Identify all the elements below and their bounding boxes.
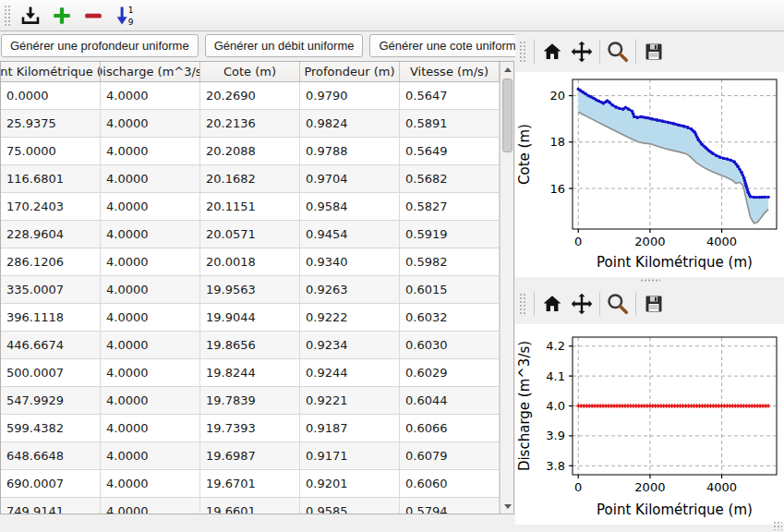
toolbar-drag-handle[interactable]	[519, 293, 525, 315]
table-cell[interactable]: 0.6029	[400, 359, 500, 387]
table-cell[interactable]: 19.6701	[200, 470, 300, 498]
zoom-rect-button[interactable]	[603, 289, 633, 319]
table-row[interactable]: 116.68014.000020.16820.97040.5682	[1, 165, 500, 193]
window-resize-grip[interactable]	[773, 521, 782, 530]
column-header-cote[interactable]: Cote (m)	[200, 62, 300, 81]
table-cell[interactable]: 0.6030	[400, 332, 500, 359]
table-cell[interactable]: 4.0000	[101, 359, 200, 387]
table-cell[interactable]: 4.0000	[101, 470, 200, 498]
table-cell[interactable]: 0.9221	[300, 387, 400, 415]
table-row[interactable]: 0.00004.000020.26900.97900.5647	[1, 82, 500, 110]
add-row-button[interactable]	[47, 2, 77, 30]
column-header-discharge[interactable]: Discharge (m^3/s)	[101, 62, 200, 81]
table-cell[interactable]: 0.9454	[300, 221, 400, 248]
table-cell[interactable]: 0.5649	[400, 138, 500, 165]
remove-row-button[interactable]	[78, 2, 108, 30]
zoom-rect-button[interactable]	[603, 37, 633, 66]
table-cell[interactable]: 20.1151	[200, 193, 300, 221]
save-figure-button[interactable]	[639, 37, 669, 66]
table-cell[interactable]: 0.9790	[300, 82, 400, 110]
table-cell[interactable]: 547.9929	[1, 387, 101, 415]
table-cell[interactable]: 4.0000	[101, 415, 200, 442]
table-cell[interactable]: 19.8656	[200, 332, 300, 359]
table-cell[interactable]: 4.0000	[101, 193, 200, 221]
table-cell[interactable]: 0.6060	[400, 470, 500, 498]
discharge-chart[interactable]: 0200040003.83.94.04.14.2Point Kilométriq…	[515, 324, 784, 525]
table-cell[interactable]: 0.9201	[300, 470, 400, 498]
table-row[interactable]: 75.00004.000020.20880.97880.5649	[1, 138, 500, 165]
table-cell[interactable]: 20.2136	[200, 110, 300, 138]
table-cell[interactable]: 0.5827	[400, 193, 500, 221]
table-cell[interactable]: 335.0007	[1, 276, 101, 304]
table-cell[interactable]: 20.0018	[200, 248, 300, 276]
table-cell[interactable]: 20.0571	[200, 221, 300, 248]
table-cell[interactable]: 4.0000	[101, 442, 200, 470]
toolbar-drag-handle[interactable]	[4, 5, 10, 27]
scrollbar-thumb[interactable]	[502, 79, 513, 152]
scroll-down-arrow[interactable]	[501, 499, 514, 514]
table-cell[interactable]: 19.7393	[200, 415, 300, 442]
table-cell[interactable]: 0.9340	[300, 248, 400, 276]
table-cell[interactable]: 0.9263	[300, 276, 400, 304]
table-cell[interactable]: 749.9141	[1, 498, 101, 514]
table-row[interactable]: 690.00074.000019.67010.92010.6060	[1, 470, 500, 498]
table-row[interactable]: 335.00074.000019.95630.92630.6015	[1, 276, 500, 304]
table-cell[interactable]: 25.9375	[1, 110, 101, 138]
table-vertical-scrollbar[interactable]	[500, 62, 513, 514]
save-figure-button[interactable]	[639, 289, 669, 319]
table-cell[interactable]: 0.9244	[300, 359, 400, 387]
table-cell[interactable]: 0.5794	[400, 498, 500, 514]
table-cell[interactable]: 0.9824	[300, 110, 400, 138]
table-row[interactable]: 286.12064.000020.00180.93400.5982	[1, 248, 500, 276]
table-cell[interactable]: 19.6601	[200, 498, 300, 514]
table-cell[interactable]: 4.0000	[101, 304, 200, 332]
table-cell[interactable]: 228.9604	[1, 221, 101, 248]
table-cell[interactable]: 4.0000	[101, 332, 200, 359]
table-cell[interactable]: 0.9187	[300, 415, 400, 442]
table-cell[interactable]: 0.0000	[1, 82, 101, 110]
table-cell[interactable]: 4.0000	[101, 221, 200, 248]
table-row[interactable]: 648.66484.000019.69870.91710.6079	[1, 442, 500, 470]
table-cell[interactable]: 19.6987	[200, 442, 300, 470]
table-row[interactable]: 749.91414.000019.66010.95850.5794	[1, 498, 500, 514]
table-cell[interactable]: 286.1206	[1, 248, 101, 276]
table-cell[interactable]: 0.6015	[400, 276, 500, 304]
table-row[interactable]: 228.96044.000020.05710.94540.5919	[1, 221, 500, 248]
table-cell[interactable]: 0.9234	[300, 332, 400, 359]
table-cell[interactable]: 19.7839	[200, 387, 300, 415]
table-cell[interactable]: 0.9585	[300, 498, 400, 514]
table-cell[interactable]: 20.2088	[200, 138, 300, 165]
table-cell[interactable]: 0.9171	[300, 442, 400, 470]
table-cell[interactable]: 116.6801	[1, 165, 101, 193]
table-row[interactable]: 547.99294.000019.78390.92210.6044	[1, 387, 500, 415]
table-cell[interactable]: 0.9222	[300, 304, 400, 332]
table-cell[interactable]: 170.2403	[1, 193, 101, 221]
table-cell[interactable]: 19.9563	[200, 276, 300, 304]
table-cell[interactable]: 4.0000	[101, 165, 200, 193]
pan-button[interactable]	[567, 37, 597, 66]
table-cell[interactable]: 4.0000	[101, 82, 200, 110]
table-row[interactable]: 500.00074.000019.82440.92440.6029	[1, 359, 500, 387]
cote-chart[interactable]: 020004000161820Point Kilométrique (m)Cot…	[515, 72, 784, 277]
home-view-button[interactable]	[537, 289, 567, 319]
table-cell[interactable]: 4.0000	[101, 498, 200, 514]
table-row[interactable]: 599.43824.000019.73930.91870.6066	[1, 415, 500, 442]
table-cell[interactable]: 0.5682	[400, 165, 500, 193]
table-row[interactable]: 25.93754.000020.21360.98240.5891	[1, 110, 500, 138]
import-data-button[interactable]	[16, 2, 45, 30]
table-cell[interactable]: 599.4382	[1, 415, 101, 442]
pan-button[interactable]	[567, 289, 597, 319]
scroll-up-arrow[interactable]	[501, 62, 514, 77]
table-cell[interactable]: 0.6066	[400, 415, 500, 442]
column-header-vitesse[interactable]: Vitesse (m/s)	[400, 62, 500, 81]
table-cell[interactable]: 19.9044	[200, 304, 300, 332]
discharge-chart-canvas[interactable]: 0200040003.83.94.04.14.2Point Kilométriq…	[515, 324, 784, 521]
table-cell[interactable]: 0.9584	[300, 193, 400, 221]
home-view-button[interactable]	[537, 37, 567, 66]
cote-chart-canvas[interactable]: 020004000161820Point Kilométrique (m)Cot…	[515, 72, 784, 273]
table-cell[interactable]: 20.2690	[200, 82, 300, 110]
table-cell[interactable]: 690.0007	[1, 470, 101, 498]
table-cell[interactable]: 0.9704	[300, 165, 400, 193]
table-cell[interactable]: 4.0000	[101, 387, 200, 415]
table-cell[interactable]: 4.0000	[101, 110, 200, 138]
